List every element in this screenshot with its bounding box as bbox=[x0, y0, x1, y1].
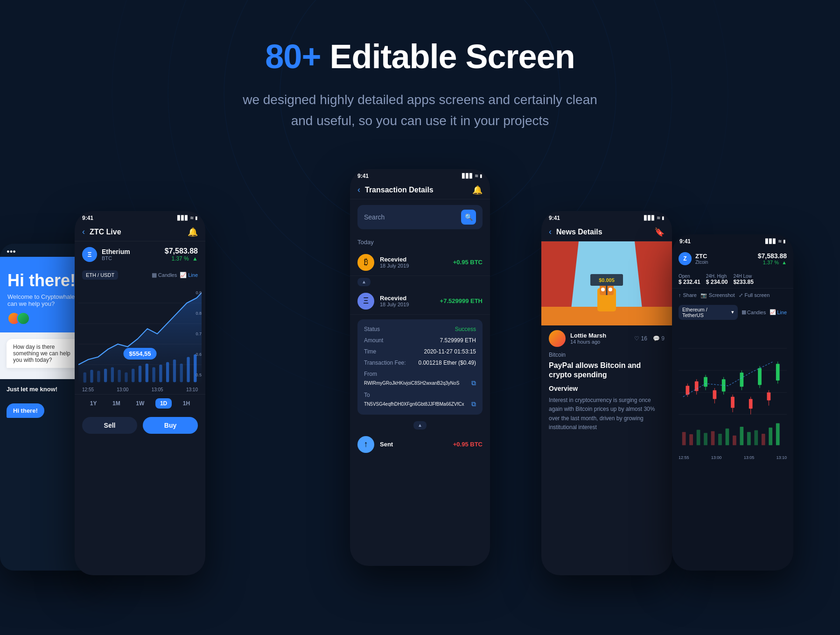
tx-search-button[interactable]: 🔍 bbox=[461, 210, 476, 225]
line-btn[interactable]: 📈 Line bbox=[180, 272, 198, 278]
svg-rect-75 bbox=[769, 427, 772, 445]
news-comments[interactable]: 💬 9 bbox=[653, 335, 665, 342]
tx-received-1: ₿ Recevied 18 July 2019 +0.95 BTC bbox=[350, 249, 490, 276]
svg-rect-23 bbox=[180, 363, 183, 382]
tx-amount-value: 7.529999 ETH bbox=[440, 337, 476, 344]
ft-candles-btn[interactable]: ▦ Candies bbox=[742, 309, 766, 315]
trading-crypto-header: Ξ Etherium BTC $7,583.88 1.37 % ▲ bbox=[75, 241, 205, 268]
period-1y[interactable]: 1Y bbox=[85, 398, 102, 409]
tx-sent-amount: +0.95 BTC bbox=[453, 441, 483, 448]
trading-nav-title: ZTC Live bbox=[90, 228, 121, 236]
tx-time-row: Time 2020-11-27 01:53:15 bbox=[364, 348, 476, 355]
ft-low-stat: 24H Low $233.85 bbox=[733, 274, 753, 285]
period-1w[interactable]: 1W bbox=[131, 398, 149, 409]
chat-input-text: Just let me know! bbox=[7, 386, 57, 393]
tx-time-value: 2020-11-27 01:53:15 bbox=[424, 348, 476, 355]
sell-button[interactable]: Sell bbox=[82, 417, 137, 434]
trading-bell-icon[interactable]: 🔔 bbox=[188, 227, 198, 237]
svg-point-32 bbox=[601, 288, 605, 291]
period-1d[interactable]: 1D bbox=[155, 398, 172, 409]
title-highlight: 80+ bbox=[265, 38, 321, 75]
svg-rect-69 bbox=[726, 428, 729, 445]
tx-fee-label: Transaction Fee: bbox=[364, 360, 406, 366]
svg-rect-52 bbox=[767, 392, 770, 400]
news-nav: ‹ News Details 🔖 bbox=[541, 223, 672, 241]
ft-time-4: 13:10 bbox=[776, 455, 787, 460]
tx-from-copy-icon[interactable]: ⧉ bbox=[471, 379, 476, 387]
candles-btn[interactable]: ▦ Candles bbox=[152, 272, 177, 278]
buy-button[interactable]: Buy bbox=[143, 417, 198, 434]
tx-name-1: Recevied bbox=[380, 256, 453, 263]
svg-rect-14 bbox=[118, 370, 120, 382]
news-reactions: ♡ 16 💬 9 bbox=[634, 335, 665, 342]
ft-high-value: $ 234.00 bbox=[706, 279, 728, 285]
tx-to-copy-icon[interactable]: ⧉ bbox=[471, 400, 476, 408]
tx-status-value: Success bbox=[455, 326, 476, 332]
trading-period-buttons: 1Y 1M 1W 1D 1H bbox=[75, 394, 205, 412]
tx-time-label: Time bbox=[364, 348, 376, 355]
tx-amount-2: +7.529999 ETH bbox=[440, 297, 483, 304]
ft-low-label: 24H Low bbox=[733, 274, 753, 279]
ft-chart-controls: Ethereum / TetherUS ▾ ▦ Candies 📈 Line bbox=[672, 302, 793, 323]
ft-crypto-info: ZTC Ztcoin bbox=[695, 253, 708, 265]
trading-nav: ‹ ZTC Live 🔔 bbox=[75, 223, 205, 241]
chart-price-label: $554,55 bbox=[124, 348, 157, 360]
ft-pair-select[interactable]: Ethereum / TetherUS ▾ bbox=[679, 305, 738, 320]
svg-rect-63 bbox=[682, 432, 686, 445]
tx-search-text: Search bbox=[364, 213, 456, 221]
subtitle: we designed highly detailed apps screens… bbox=[233, 90, 607, 132]
svg-rect-11 bbox=[97, 371, 100, 382]
trading-crypto-sub: BTC bbox=[102, 255, 130, 261]
tx-to-section: To TN5VSG4eqfhDH0XFgn6Gbt8JJFfBMa66ZVfCx… bbox=[364, 392, 476, 408]
phone-trading: 9:41 ▊▊▊ ≋ ▮ ‹ ZTC Live 🔔 Ξ Etherium BTC… bbox=[75, 211, 205, 575]
ft-crypto-sub: Ztcoin bbox=[695, 260, 708, 265]
svg-rect-46 bbox=[713, 390, 716, 399]
svg-rect-65 bbox=[697, 430, 700, 445]
tx-collapse-btn[interactable]: ▲ bbox=[350, 419, 490, 431]
phone-transaction: 9:41 ▊▊▊ ≋ ▮ ‹ Transaction Details 🔔 Sea… bbox=[350, 169, 490, 566]
svg-rect-73 bbox=[754, 430, 758, 445]
trading-status-icons: ▊▊▊ ≋ ▮ bbox=[177, 215, 198, 220]
ft-screenshot-btn[interactable]: 📷 Screenshot bbox=[700, 292, 735, 298]
news-back-icon[interactable]: ‹ bbox=[549, 227, 552, 237]
ft-high-label: 24H. High bbox=[706, 274, 728, 279]
tx-status-bar: 9:41 ▊▊▊ ≋ ▮ bbox=[350, 169, 490, 181]
time-1: 12:55 bbox=[82, 387, 94, 392]
news-likes[interactable]: ♡ 16 bbox=[634, 335, 647, 342]
svg-rect-60 bbox=[758, 368, 762, 385]
svg-rect-76 bbox=[776, 423, 780, 445]
ft-line-btn[interactable]: 📈 Line bbox=[770, 309, 787, 315]
tx-search-bar[interactable]: Search 🔍 bbox=[357, 205, 483, 229]
ft-fullscreen-btn[interactable]: ⤢ Full screen bbox=[739, 292, 770, 298]
period-1h[interactable]: 1H bbox=[178, 398, 195, 409]
svg-rect-16 bbox=[132, 368, 134, 382]
svg-rect-19 bbox=[152, 367, 155, 382]
phone-full-trading: 9:41 ▊▊▊ ≋ ▮ Z ZTC Ztcoin $7,583.88 1.37… bbox=[672, 234, 793, 571]
news-status-time: 9:41 bbox=[549, 215, 560, 221]
ft-time-axis: 12:55 13:00 13:05 13:10 bbox=[672, 453, 793, 462]
svg-rect-64 bbox=[689, 434, 693, 445]
trading-chart-controls: ETH / USDT ▦ Candles 📈 Line bbox=[75, 268, 205, 282]
tx-expand-1[interactable]: ▲ bbox=[350, 276, 490, 288]
svg-rect-74 bbox=[762, 434, 765, 445]
period-1m[interactable]: 1M bbox=[108, 398, 125, 409]
tx-status-label: Status bbox=[364, 326, 380, 332]
trading-status-time: 9:41 bbox=[82, 215, 93, 221]
svg-point-33 bbox=[609, 288, 612, 291]
tx-sent-label: Sent bbox=[380, 441, 453, 448]
chat-reply-bubble: Hi there! bbox=[7, 403, 44, 418]
trading-pair-select[interactable]: ETH / USDT bbox=[82, 270, 118, 280]
trading-back-icon[interactable]: ‹ bbox=[82, 227, 85, 237]
ft-share-btn[interactable]: ↑ Share bbox=[679, 292, 697, 298]
ft-crypto-header: Z ZTC Ztcoin $7,583.88 1.37 % ▲ bbox=[672, 247, 793, 271]
trading-price-value: $7,583.88 bbox=[165, 247, 198, 255]
tx-back-icon[interactable]: ‹ bbox=[357, 185, 360, 195]
ft-open-value: $ 232.41 bbox=[679, 279, 700, 285]
ft-high-stat: 24H. High $ 234.00 bbox=[706, 274, 728, 285]
tx-amount-row: Amount 7.529999 ETH bbox=[364, 337, 476, 344]
news-bookmark-icon[interactable]: 🔖 bbox=[654, 227, 665, 237]
tx-bell-icon[interactable]: 🔔 bbox=[472, 185, 483, 195]
news-author-name: Lottie Marsh bbox=[570, 332, 606, 339]
ft-stats-row: Open $ 232.41 24H. High $ 234.00 24H Low… bbox=[672, 271, 793, 289]
ft-line-icon: 📈 bbox=[770, 309, 776, 315]
